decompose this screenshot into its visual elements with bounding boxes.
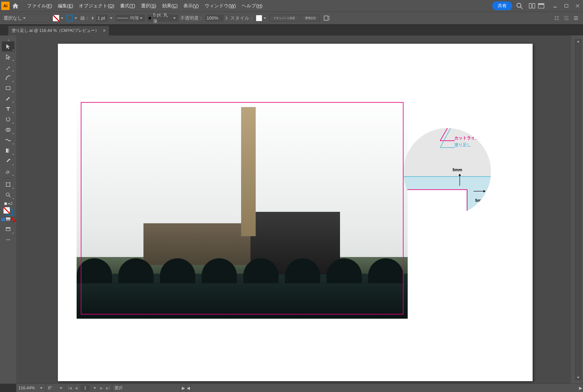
swap-fill-stroke[interactable] — [2, 200, 14, 206]
style-label: スタイル： — [230, 15, 254, 21]
svg-point-17 — [568, 19, 569, 20]
nav-prev-icon[interactable]: ◀ — [75, 386, 78, 390]
svg-rect-14 — [557, 18, 559, 20]
rotation-readout[interactable] — [46, 384, 66, 392]
opacity-input[interactable] — [205, 14, 224, 22]
eyedropper-tool[interactable] — [2, 156, 14, 166]
stroke-profile-select[interactable]: 均等 — [116, 14, 145, 22]
close-tab-icon[interactable]: × — [103, 28, 105, 33]
rotation-input[interactable] — [48, 386, 59, 390]
selection-info[interactable]: 選択なし — [1, 14, 51, 22]
align-panel-icon[interactable] — [564, 15, 569, 21]
svg-rect-7 — [565, 4, 568, 7]
menu-help[interactable]: ヘルプ(H) — [240, 2, 265, 10]
chevron-down-icon[interactable] — [60, 386, 63, 390]
brush-select[interactable]: 5 pt. 丸筆 — [147, 14, 178, 22]
screen-mode-tool[interactable] — [2, 224, 14, 234]
zoom-input[interactable] — [18, 386, 39, 390]
tools-panel — [0, 36, 16, 384]
svg-rect-23 — [6, 183, 10, 186]
eraser-tool[interactable] — [2, 166, 14, 176]
svg-rect-26 — [4, 202, 7, 205]
svg-point-31 — [9, 239, 10, 240]
svg-point-15 — [565, 16, 566, 17]
chevron-down-icon[interactable] — [93, 386, 97, 390]
document-tab-title: 塗り足し.ai @ 116.44 %（CMYK/プレビュー） — [12, 28, 99, 33]
zoom-readout[interactable] — [16, 384, 46, 392]
svg-point-29 — [6, 239, 7, 240]
app-logo: Ai — [1, 2, 9, 10]
status-mode[interactable]: 選択 — [112, 384, 181, 392]
canvas[interactable]: カットライン 塗り足し 5mm 5mm — [16, 36, 571, 384]
menu-window[interactable]: ウィンドウ(W) — [203, 2, 238, 10]
properties-panel-icon[interactable] — [573, 15, 579, 21]
search-icon[interactable] — [516, 2, 523, 9]
maximize-icon[interactable] — [564, 3, 569, 8]
fill-stroke-indicator[interactable] — [3, 207, 13, 216]
chevron-right-icon[interactable] — [224, 16, 228, 20]
draw-normal-icon[interactable] — [0, 217, 5, 222]
edit-toolbar-button[interactable] — [2, 235, 14, 245]
svg-rect-10 — [324, 16, 328, 20]
preferences-button[interactable]: 環境設定 — [301, 15, 320, 22]
draw-inside-icon[interactable] — [10, 217, 15, 222]
horizontal-scrollbar[interactable] — [191, 384, 578, 392]
placed-image-with-bleed — [77, 98, 408, 319]
nav-first-icon[interactable]: I◀ — [68, 386, 72, 390]
type-tool[interactable] — [2, 104, 14, 114]
horizontal-scroll-right-icon[interactable]: ▶ — [578, 384, 583, 392]
fill-swatch[interactable] — [53, 15, 59, 21]
diagram-dim-top: 5mm — [453, 168, 462, 172]
document-setup-button[interactable]: ドキュメント設定 — [269, 15, 299, 22]
selection-tool[interactable] — [2, 42, 14, 52]
paintbrush-tool[interactable] — [2, 94, 14, 104]
stroke-swatch[interactable] — [67, 15, 73, 21]
artboard-tool[interactable] — [2, 180, 14, 190]
graphic-style-swatch[interactable] — [256, 15, 262, 21]
horizontal-scroll-left-icon[interactable]: ◀ — [186, 384, 191, 392]
document-tab[interactable]: 塗り足し.ai @ 116.44 %（CMYK/プレビュー） × — [8, 26, 109, 36]
zoom-tool[interactable] — [2, 190, 14, 200]
chevron-down-icon[interactable] — [61, 16, 64, 20]
chevron-down-icon[interactable] — [74, 16, 78, 20]
width-tool[interactable] — [2, 135, 14, 145]
chevron-down-icon[interactable] — [264, 16, 267, 20]
menu-effect[interactable]: 効果(C) — [160, 2, 180, 10]
chevron-down-icon — [173, 16, 177, 20]
menu-type[interactable]: 書式(T) — [118, 2, 137, 10]
direct-selection-tool[interactable] — [2, 52, 14, 62]
svg-point-30 — [8, 239, 8, 240]
chevron-down-icon — [140, 16, 144, 20]
align-to-icon[interactable] — [324, 15, 330, 21]
share-button[interactable]: 共有 — [492, 2, 512, 10]
home-icon[interactable] — [12, 2, 19, 9]
workspace-switcher-icon[interactable] — [538, 3, 544, 8]
menu-view[interactable]: 表示(V) — [181, 2, 201, 10]
artboard-number-input[interactable] — [80, 385, 90, 391]
nav-last-icon[interactable]: ▶I — [106, 386, 110, 390]
arrange-documents-icon[interactable] — [529, 3, 535, 8]
shape-builder-tool[interactable] — [2, 125, 14, 135]
chevron-down-icon[interactable] — [110, 16, 114, 20]
menu-select[interactable]: 選択(S) — [139, 2, 158, 10]
menu-edit[interactable]: 編集(E) — [56, 2, 75, 10]
vertical-scrollbar[interactable] — [575, 39, 581, 380]
nav-next-icon[interactable]: ▶ — [100, 386, 103, 390]
stroke-weight-stepper[interactable] — [92, 14, 114, 22]
menu-file[interactable]: ファイル(F) — [25, 2, 54, 10]
diagram-dim-right: 5mm — [475, 198, 485, 203]
draw-behind-icon[interactable] — [5, 217, 10, 222]
transform-panel-icon[interactable] — [554, 15, 560, 21]
panel-grip-icon[interactable] — [0, 38, 16, 41]
status-play-icon[interactable]: ▶ — [181, 384, 186, 392]
minimize-icon[interactable] — [553, 3, 558, 8]
gradient-tool[interactable] — [2, 146, 14, 156]
menu-object[interactable]: オブジェクト(O) — [77, 2, 116, 10]
close-icon[interactable] — [575, 3, 580, 8]
chevron-down-icon[interactable] — [40, 386, 44, 390]
curvature-tool[interactable] — [2, 73, 14, 83]
pen-tool[interactable] — [2, 62, 14, 72]
stroke-weight-input[interactable] — [96, 14, 108, 22]
rotate-tool[interactable] — [2, 114, 14, 124]
rectangle-tool[interactable] — [2, 83, 14, 93]
